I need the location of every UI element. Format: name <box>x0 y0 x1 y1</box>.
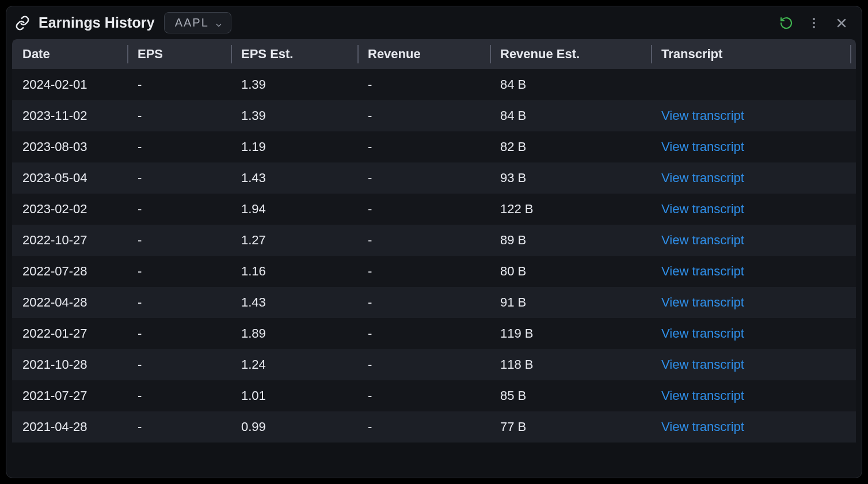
col-eps[interactable]: EPS <box>127 39 231 69</box>
cell-revenue-est: 82 B <box>490 139 651 154</box>
more-menu-button[interactable] <box>804 13 824 33</box>
cell-eps: - <box>127 233 231 248</box>
panel-header: Earnings History AAPL <box>6 6 862 39</box>
cell-revenue-est: 89 B <box>490 233 651 248</box>
cell-date: 2023-08-03 <box>12 139 127 154</box>
cell-transcript: View transcript <box>651 419 856 434</box>
cell-revenue: - <box>357 202 490 217</box>
table-row: 2021-10-28-1.24-118 BView transcript <box>12 349 856 380</box>
view-transcript-link[interactable]: View transcript <box>661 264 744 278</box>
cell-revenue: - <box>357 77 490 92</box>
col-transcript[interactable]: Transcript <box>651 39 856 69</box>
cell-eps-est: 1.19 <box>231 139 357 154</box>
cell-eps: - <box>127 139 231 154</box>
cell-transcript: View transcript <box>651 108 856 123</box>
cell-revenue-est: 91 B <box>490 295 651 310</box>
refresh-button[interactable] <box>776 13 796 33</box>
cell-eps: - <box>127 357 231 372</box>
cell-eps: - <box>127 171 231 186</box>
cell-revenue-est: 77 B <box>490 419 651 434</box>
cell-transcript: View transcript <box>651 139 856 154</box>
view-transcript-link[interactable]: View transcript <box>661 357 744 372</box>
view-transcript-link[interactable]: View transcript <box>661 388 744 403</box>
cell-date: 2022-04-28 <box>12 295 127 310</box>
cell-eps-est: 1.27 <box>231 233 357 248</box>
cell-date: 2023-02-02 <box>12 202 127 217</box>
cell-eps-est: 1.16 <box>231 264 357 279</box>
cell-date: 2021-07-27 <box>12 388 127 403</box>
cell-transcript: View transcript <box>651 388 856 403</box>
table-row: 2023-05-04-1.43-93 BView transcript <box>12 162 856 194</box>
view-transcript-link[interactable]: View transcript <box>661 108 744 123</box>
cell-revenue: - <box>357 295 490 310</box>
cell-eps-est: 0.99 <box>231 419 357 434</box>
cell-transcript: View transcript <box>651 357 856 372</box>
cell-revenue: - <box>357 419 490 434</box>
cell-transcript: View transcript <box>651 295 856 310</box>
cell-date: 2023-05-04 <box>12 171 127 186</box>
earnings-history-panel: Earnings History AAPL Date EPS EPS Est. … <box>6 6 862 478</box>
cell-eps-est: 1.39 <box>231 108 357 123</box>
svg-point-1 <box>813 22 815 24</box>
cell-eps-est: 1.24 <box>231 357 357 372</box>
cell-eps-est: 1.94 <box>231 202 357 217</box>
cell-eps: - <box>127 388 231 403</box>
cell-date: 2021-10-28 <box>12 357 127 372</box>
table-row: 2022-07-28-1.16-80 BView transcript <box>12 256 856 287</box>
view-transcript-link[interactable]: View transcript <box>661 233 744 247</box>
table-row: 2022-01-27-1.89-119 BView transcript <box>12 318 856 349</box>
cell-eps-est: 1.43 <box>231 171 357 186</box>
col-date[interactable]: Date <box>12 39 127 69</box>
cell-eps: - <box>127 419 231 434</box>
cell-eps-est: 1.01 <box>231 388 357 403</box>
ticker-label: AAPL <box>175 16 209 29</box>
table-row: 2022-10-27-1.27-89 BView transcript <box>12 225 856 256</box>
cell-eps: - <box>127 295 231 310</box>
cell-date: 2022-01-27 <box>12 326 127 341</box>
cell-date: 2023-11-02 <box>12 108 127 123</box>
cell-revenue-est: 84 B <box>490 77 651 92</box>
svg-point-2 <box>813 26 815 28</box>
cell-transcript: View transcript <box>651 264 856 279</box>
cell-transcript: View transcript <box>651 171 856 186</box>
cell-transcript: View transcript <box>651 233 856 248</box>
view-transcript-link[interactable]: View transcript <box>661 139 744 154</box>
view-transcript-link[interactable]: View transcript <box>661 171 744 185</box>
close-button[interactable] <box>832 13 851 33</box>
cell-eps: - <box>127 77 231 92</box>
table-row: 2023-02-02-1.94-122 BView transcript <box>12 194 856 225</box>
cell-eps: - <box>127 264 231 279</box>
cell-revenue-est: 122 B <box>490 202 651 217</box>
cell-revenue-est: 119 B <box>490 326 651 341</box>
cell-revenue: - <box>357 388 490 403</box>
cell-transcript: View transcript <box>651 326 856 341</box>
chevron-down-icon <box>215 19 223 27</box>
cell-revenue: - <box>357 233 490 248</box>
view-transcript-link[interactable]: View transcript <box>661 295 744 309</box>
table-header-row: Date EPS EPS Est. Revenue Revenue Est. T… <box>12 39 856 69</box>
cell-date: 2022-07-28 <box>12 264 127 279</box>
view-transcript-link[interactable]: View transcript <box>661 202 744 216</box>
svg-point-0 <box>813 18 815 20</box>
table-row: 2024-02-01-1.39-84 B <box>12 69 856 100</box>
cell-revenue: - <box>357 326 490 341</box>
cell-eps: - <box>127 326 231 341</box>
cell-eps-est: 1.43 <box>231 295 357 310</box>
col-revenue[interactable]: Revenue <box>357 39 490 69</box>
view-transcript-link[interactable]: View transcript <box>661 326 744 341</box>
link-icon <box>14 15 31 31</box>
table-row: 2022-04-28-1.43-91 BView transcript <box>12 287 856 318</box>
col-revenue-est[interactable]: Revenue Est. <box>490 39 651 69</box>
table-body[interactable]: 2024-02-01-1.39-84 B2023-11-02-1.39-84 B… <box>12 69 856 472</box>
col-eps-est[interactable]: EPS Est. <box>231 39 357 69</box>
cell-revenue-est: 84 B <box>490 108 651 123</box>
ticker-select[interactable]: AAPL <box>164 12 231 33</box>
cell-revenue-est: 80 B <box>490 264 651 279</box>
table-row: 2021-04-28-0.99-77 BView transcript <box>12 411 856 443</box>
cell-eps-est: 1.39 <box>231 77 357 92</box>
panel-title: Earnings History <box>39 14 155 31</box>
view-transcript-link[interactable]: View transcript <box>661 419 744 434</box>
cell-date: 2021-04-28 <box>12 419 127 434</box>
cell-date: 2024-02-01 <box>12 77 127 92</box>
cell-revenue-est: 85 B <box>490 388 651 403</box>
